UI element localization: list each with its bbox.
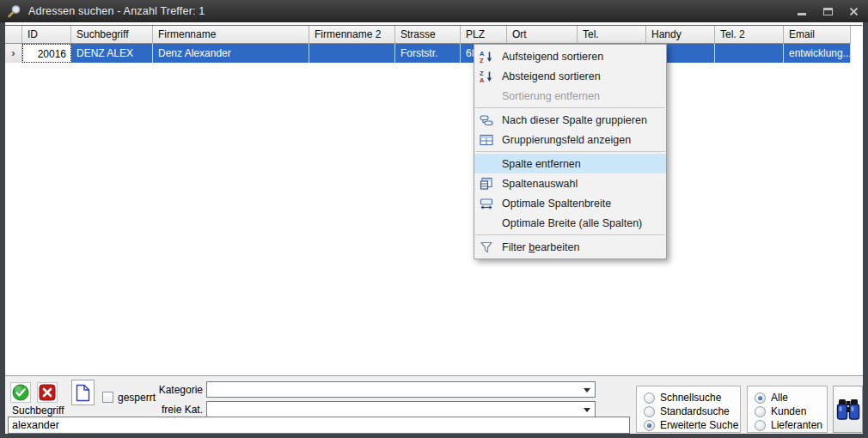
radio-icon xyxy=(755,420,766,431)
radio-label: Standardsuche xyxy=(660,405,730,417)
menu-item-best-fit[interactable]: Optimale Spaltenbreite xyxy=(474,193,666,213)
header-email[interactable]: Email xyxy=(784,26,851,44)
radio-standardsuche[interactable]: Standardsuche xyxy=(637,405,740,418)
grid-header-row: ID Suchbegriff Firmenname Firmenname 2 S… xyxy=(5,26,862,44)
menu-item-column-chooser[interactable]: Spaltenauswahl xyxy=(474,173,666,193)
header-handy[interactable]: Handy xyxy=(646,26,715,44)
radio-label: Kunden xyxy=(771,405,806,417)
cell-tel2[interactable] xyxy=(715,44,784,63)
cancel-button[interactable] xyxy=(37,382,58,403)
minimize-icon xyxy=(798,13,806,15)
header-id[interactable]: ID xyxy=(22,26,71,44)
kategorie-label: Kategorie xyxy=(134,384,203,396)
menu-item-best-fit-all[interactable]: Optimale Breite (alle Spalten) xyxy=(474,213,666,233)
magnifier-icon xyxy=(7,4,21,19)
filter-icon xyxy=(479,240,494,254)
menu-item-sort-descending[interactable]: Z A Absteigend sortieren xyxy=(474,66,666,86)
menu-item-label: Aufsteigend sortieren xyxy=(502,51,603,63)
header-suchbegriff[interactable]: Suchbegriff xyxy=(71,26,153,44)
title-bar: Adressen suchen - Anzahl Treffer: 1 xyxy=(0,0,868,22)
close-icon xyxy=(849,7,859,16)
app-window: Adressen suchen - Anzahl Treffer: 1 ID S… xyxy=(0,0,868,438)
gesperrt-checkbox[interactable] xyxy=(102,392,113,403)
radio-lieferanten[interactable]: Lieferanten xyxy=(748,418,827,432)
cell-strasse[interactable]: Forststr. xyxy=(395,44,461,63)
menu-item-group-by-column[interactable]: Nach dieser Spalte gruppieren xyxy=(474,110,666,130)
group-by-column-icon xyxy=(479,113,494,127)
suchbegriff-label: Suchbegriff xyxy=(12,405,64,417)
column-chooser-icon xyxy=(479,177,494,191)
search-button[interactable] xyxy=(833,386,863,433)
green-check-icon xyxy=(12,384,29,401)
svg-text:A: A xyxy=(480,76,485,83)
group-panel-icon xyxy=(479,133,494,147)
menu-separator xyxy=(475,107,665,108)
radio-label: Erweiterte Suche xyxy=(660,419,738,431)
maximize-icon xyxy=(823,8,833,15)
radio-label: Alle xyxy=(771,392,788,404)
menu-item-label: Sortierung entfernen xyxy=(502,90,600,102)
suchbegriff-input[interactable] xyxy=(8,417,630,434)
header-ort[interactable]: Ort xyxy=(507,26,578,44)
cell-email[interactable]: entwicklung... xyxy=(784,44,851,63)
window-title: Adressen suchen - Anzahl Treffer: 1 xyxy=(28,5,205,17)
menu-item-label: Nach dieser Spalte gruppieren xyxy=(502,114,647,126)
table-row[interactable]: › 20016 DENZ ALEX Denz Alexander Forstst… xyxy=(5,44,862,63)
cell-id[interactable]: 20016 xyxy=(22,44,71,63)
radio-label: Schnellsuche xyxy=(660,392,721,404)
radio-erweiterte-suche[interactable]: Erweiterte Suche xyxy=(637,418,740,432)
menu-item-label: Gruppierungsfeld anzeigen xyxy=(502,134,631,146)
best-fit-icon xyxy=(479,197,494,210)
cell-firmenname2[interactable] xyxy=(309,44,395,63)
binoculars-icon xyxy=(836,398,860,421)
cell-suchbegriff[interactable]: DENZ ALEX xyxy=(71,44,153,63)
header-firmenname2[interactable]: Firmenname 2 xyxy=(309,26,395,44)
menu-item-label: Absteigend sortieren xyxy=(502,70,601,82)
minimize-button[interactable] xyxy=(796,5,808,17)
radio-icon xyxy=(644,392,655,404)
menu-item-remove-column[interactable]: Spalte entfernen xyxy=(474,154,666,173)
menu-item-sort-ascending[interactable]: A Z Aufsteigend sortieren xyxy=(474,46,666,66)
chevron-down-icon xyxy=(584,388,590,392)
menu-item-show-group-panel[interactable]: Gruppierungsfeld anzeigen xyxy=(474,130,666,149)
radio-schnellsuche[interactable]: Schnellsuche xyxy=(637,391,740,405)
header-tel2[interactable]: Tel. 2 xyxy=(715,26,784,44)
kategorie-combobox[interactable] xyxy=(206,381,596,398)
radio-kunden[interactable]: Kunden xyxy=(748,405,827,418)
radio-alle[interactable]: Alle xyxy=(748,391,827,405)
menu-item-label: Spalte entfernen xyxy=(502,158,581,170)
red-x-icon xyxy=(39,384,56,401)
radio-icon xyxy=(755,406,766,417)
menu-item-filter-editor[interactable]: Filter bearbeiten xyxy=(474,237,666,257)
header-indicator xyxy=(5,26,22,44)
address-grid: ID Suchbegriff Firmenname Firmenname 2 S… xyxy=(5,25,862,375)
cell-firmenname[interactable]: Denz Alexander xyxy=(153,44,309,63)
menu-item-remove-sort: Sortierung entfernen xyxy=(474,86,666,106)
sort-descending-icon: Z A xyxy=(479,70,494,83)
menu-separator xyxy=(475,234,665,235)
document-icon xyxy=(76,384,90,402)
freie-kat-label: freie Kat. xyxy=(134,404,203,416)
footer-panel: gesperrt Kategorie freie Kat. Suchbegrif… xyxy=(5,375,863,434)
menu-item-label-pre: Filter xyxy=(502,241,529,253)
menu-item-label: Spaltenauswahl xyxy=(502,178,578,190)
header-strasse[interactable]: Strasse xyxy=(395,26,461,44)
new-document-button[interactable] xyxy=(71,380,95,405)
ok-button[interactable] xyxy=(10,382,31,403)
menu-item-label-post: earbeiten xyxy=(535,241,579,253)
search-mode-groupbox: Schnellsuche Standardsuche Erweiterte Su… xyxy=(636,386,741,433)
maximize-button[interactable] xyxy=(822,5,834,17)
header-firmenname[interactable]: Firmenname xyxy=(153,26,309,44)
radio-icon-selected xyxy=(644,420,655,431)
header-plz[interactable]: PLZ xyxy=(461,26,507,44)
row-indicator-icon: › xyxy=(5,44,22,63)
radio-label: Lieferanten xyxy=(771,419,822,431)
close-button[interactable] xyxy=(847,5,859,17)
sort-ascending-icon: A Z xyxy=(479,50,494,64)
menu-item-label: Optimale Breite (alle Spalten) xyxy=(502,217,642,229)
menu-separator xyxy=(475,151,665,152)
window-content: ID Suchbegriff Firmenname Firmenname 2 S… xyxy=(5,22,863,434)
menu-item-label: Optimale Spaltenbreite xyxy=(502,198,611,210)
header-tel[interactable]: Tel. xyxy=(578,26,646,44)
freie-kat-combobox[interactable] xyxy=(206,401,596,417)
